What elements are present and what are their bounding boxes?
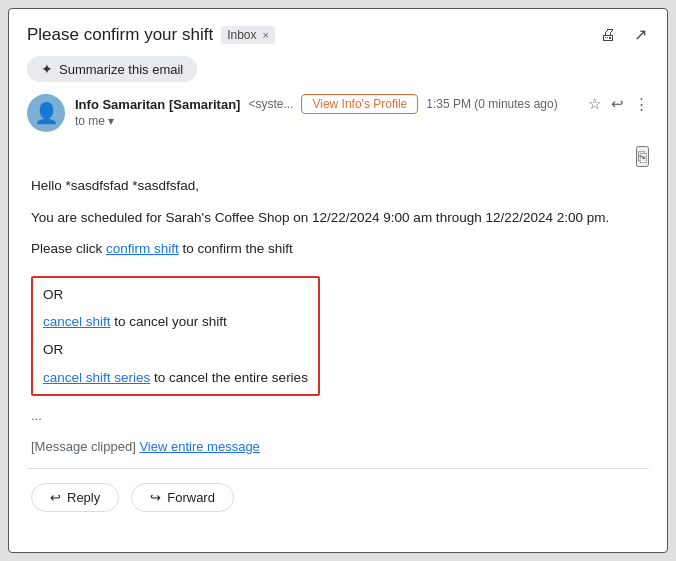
to-me-label: to me — [75, 114, 105, 128]
open-external-icon: ↗ — [634, 26, 647, 43]
more-options-button[interactable]: ⋮ — [634, 95, 649, 113]
or2-text: OR — [43, 342, 63, 357]
more-icon: ⋮ — [634, 95, 649, 112]
print-icon: 🖨 — [600, 26, 616, 43]
copy-icon-area: ⎘ — [27, 146, 649, 167]
divider — [27, 468, 649, 469]
cancel-series-line: cancel shift series to cancel the entire… — [43, 367, 308, 389]
open-external-button[interactable]: ↗ — [632, 23, 649, 46]
inbox-badge: Inbox × — [221, 26, 275, 44]
sender-actions: ☆ ↩ ⋮ — [588, 95, 649, 113]
top-bar: Please confirm your shift Inbox × 🖨 ↗ — [27, 23, 649, 46]
clipped-row: [Message clipped] View entire message — [31, 437, 645, 458]
reply-btn-icon: ↩ — [50, 490, 61, 505]
or2-line: OR — [43, 339, 308, 361]
sparkle-icon: ✦ — [41, 61, 53, 77]
sender-name: Info Samaritan [Samaritan] — [75, 97, 240, 112]
star-button[interactable]: ☆ — [588, 95, 601, 113]
summarize-label: Summarize this email — [59, 62, 183, 77]
view-entire-message-link[interactable]: View entire message — [139, 439, 259, 454]
to-me-chevron: ▾ — [108, 114, 114, 128]
action-buttons: ↩ Reply ↪ Forward — [27, 483, 649, 512]
cancel-shift-link[interactable]: cancel shift — [43, 314, 111, 329]
top-icons: 🖨 ↗ — [598, 23, 649, 46]
forward-btn-label: Forward — [167, 490, 215, 505]
highlight-box: OR cancel shift to cancel your shift OR … — [31, 276, 320, 396]
or1-line: OR — [43, 284, 308, 306]
star-icon: ☆ — [588, 95, 601, 112]
forward-btn-icon: ↪ — [150, 490, 161, 505]
confirm-line: Please click confirm shift to confirm th… — [31, 238, 645, 260]
sender-info: Info Samaritan [Samaritan] <syste... Vie… — [75, 94, 649, 128]
sender-email: <syste... — [248, 97, 293, 111]
clipped-prefix: [Message clipped] — [31, 439, 139, 454]
avatar-icon: 👤 — [34, 101, 59, 125]
inbox-close-icon[interactable]: × — [263, 29, 269, 41]
email-body: Hello *sasdfsfad *sasdfsfad, You are sch… — [27, 175, 649, 458]
inbox-label: Inbox — [227, 28, 256, 42]
view-profile-button[interactable]: View Info's Profile — [301, 94, 418, 114]
or1-text: OR — [43, 287, 63, 302]
email-subject: Please confirm your shift — [27, 25, 213, 45]
email-window: Please confirm your shift Inbox × 🖨 ↗ ✦ … — [8, 8, 668, 553]
reply-btn-label: Reply — [67, 490, 100, 505]
print-button[interactable]: 🖨 — [598, 24, 618, 46]
ellipsis: ... — [31, 406, 645, 427]
forward-button[interactable]: ↪ Forward — [131, 483, 234, 512]
schedule-line: You are scheduled for Sarah's Coffee Sho… — [31, 207, 645, 229]
confirm-suffix: to confirm the shift — [179, 241, 293, 256]
sender-row: 👤 Info Samaritan [Samaritan] <syste... V… — [27, 94, 649, 132]
cancel-text: to cancel your shift — [111, 314, 227, 329]
reply-header-button[interactable]: ↩ — [611, 95, 624, 113]
timestamp: 1:35 PM (0 minutes ago) — [426, 97, 557, 111]
reply-icon: ↩ — [611, 95, 624, 112]
greeting-line: Hello *sasdfsfad *sasdfsfad, — [31, 175, 645, 197]
reply-button[interactable]: ↩ Reply — [31, 483, 119, 512]
subject-area: Please confirm your shift Inbox × — [27, 25, 275, 45]
summarize-button[interactable]: ✦ Summarize this email — [27, 56, 197, 82]
sender-name-row: Info Samaritan [Samaritan] <syste... Vie… — [75, 94, 649, 114]
cancel-series-text: to cancel the entire series — [150, 370, 308, 385]
cancel-shift-series-link[interactable]: cancel shift series — [43, 370, 150, 385]
copy-button[interactable]: ⎘ — [636, 146, 649, 167]
confirm-shift-link[interactable]: confirm shift — [106, 241, 179, 256]
cancel-line: cancel shift to cancel your shift — [43, 311, 308, 333]
confirm-prefix: Please click — [31, 241, 106, 256]
avatar: 👤 — [27, 94, 65, 132]
to-me-row: to me ▾ — [75, 114, 649, 128]
